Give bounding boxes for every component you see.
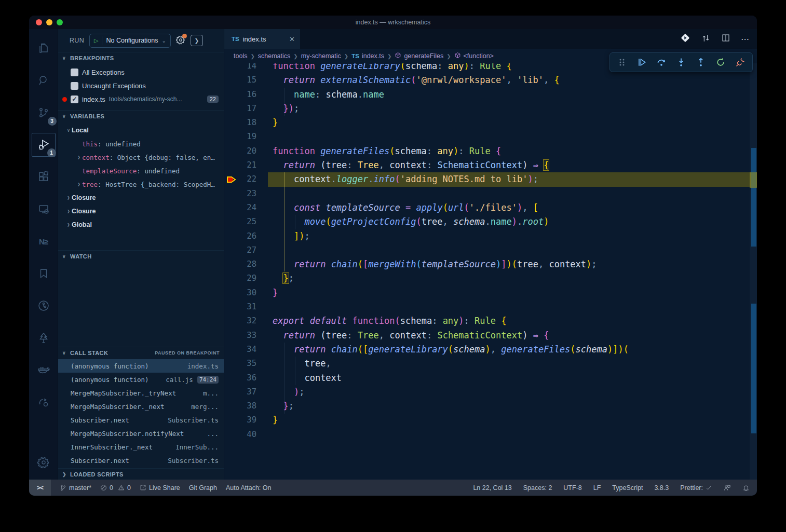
settings-gear-icon[interactable]: [32, 451, 56, 474]
cursor-position-item[interactable]: Ln 22, Col 13: [473, 484, 511, 492]
code-line[interactable]: 33 return (tree: Tree, context: Schemati…: [224, 329, 757, 343]
code-line[interactable]: 16 name: schema.name: [224, 88, 757, 102]
variable-row[interactable]: ❯Closure: [58, 204, 224, 218]
disconnect-icon[interactable]: [731, 54, 749, 70]
code-line[interactable]: 17 });: [224, 102, 757, 116]
breakpoint-row[interactable]: index.tstools/schematics/my-sch...22: [58, 92, 224, 106]
breakpoint-checkbox[interactable]: [71, 96, 78, 103]
loaded-scripts-section-header[interactable]: ❯ LOADED SCRIPTS: [58, 468, 224, 480]
todo-tree-icon[interactable]: [32, 326, 56, 350]
gitlens-icon[interactable]: [32, 294, 56, 318]
code-line[interactable]: 31: [224, 300, 757, 314]
breakpoint-paused-icon[interactable]: [224, 172, 238, 186]
breadcrumb-item[interactable]: <function>: [454, 52, 494, 60]
start-debug-icon[interactable]: ▷: [94, 37, 98, 44]
breakpoints-section-header[interactable]: ∨ BREAKPOINTS: [58, 52, 224, 63]
git-branch-item[interactable]: master*: [60, 484, 91, 492]
code-line[interactable]: 40: [224, 428, 757, 442]
breakpoint-row[interactable]: All Exceptions: [58, 65, 224, 79]
restart-icon[interactable]: [712, 54, 729, 70]
scrollbar[interactable]: [750, 63, 757, 480]
code-line[interactable]: 26 ]);: [224, 229, 757, 243]
live-share-item[interactable]: Live Share: [140, 484, 180, 492]
call-stack-section-header[interactable]: ∨ CALL STACK PAUSED ON BREAKPOINT: [58, 347, 224, 358]
feedback-icon[interactable]: [723, 484, 731, 492]
variable-row[interactable]: templateSource: undefined: [58, 164, 224, 178]
code-line[interactable]: 39}: [224, 413, 757, 427]
indentation-item[interactable]: Spaces: 2: [523, 484, 552, 492]
code-line[interactable]: 34 return chain([generateLibrary(schema)…: [224, 343, 757, 357]
search-icon[interactable]: [32, 69, 56, 92]
tab-index-ts[interactable]: TS index.ts ✕: [224, 29, 300, 49]
close-tab-icon[interactable]: ✕: [289, 35, 295, 43]
run-debug-icon[interactable]: 1: [32, 133, 56, 157]
prettier-item[interactable]: Prettier:: [680, 484, 712, 492]
problems-item[interactable]: 0 0: [100, 484, 131, 492]
eol-item[interactable]: LF: [593, 484, 601, 492]
code-line[interactable]: 24 const templateSource = apply(url('./f…: [224, 201, 757, 215]
code-line[interactable]: 23: [224, 187, 757, 201]
variable-row[interactable]: this: undefined: [58, 137, 224, 151]
variable-row[interactable]: ∨Local: [58, 124, 224, 137]
breadcrumb-item[interactable]: tools: [234, 52, 247, 60]
docker-icon[interactable]: [32, 358, 56, 382]
call-stack-frame[interactable]: (anonymous function)call.js74:24: [58, 373, 224, 386]
breadcrumb-item[interactable]: generateFiles: [395, 52, 443, 60]
step-into-icon[interactable]: [672, 54, 690, 70]
code-line[interactable]: 22 context.logger.info('adding NOTES.md …: [224, 172, 757, 186]
encoding-item[interactable]: UTF-8: [563, 484, 581, 492]
live-share-icon[interactable]: [32, 390, 56, 414]
explorer-icon[interactable]: [32, 36, 56, 60]
configure-gear-button[interactable]: [176, 35, 185, 46]
toolbar-drag-handle[interactable]: [613, 54, 631, 70]
code-line[interactable]: 28 return chain([mergeWith(templateSourc…: [224, 257, 757, 271]
call-stack-frame[interactable]: MergeMapSubscriber.notifyNext...: [58, 427, 224, 440]
code-line[interactable]: 25 move(getProjectConfig(tree, schema.na…: [224, 215, 757, 229]
call-stack-frame[interactable]: InnerSubscriber._nextInnerSub...: [58, 440, 224, 454]
launch-config-dropdown[interactable]: ▷ No Configurations ⌄: [89, 34, 171, 48]
continue-icon[interactable]: [633, 54, 651, 70]
watch-section-header[interactable]: ∨ WATCH: [58, 250, 224, 262]
code-line[interactable]: 36 context: [224, 371, 757, 385]
call-stack-frame[interactable]: (anonymous function)index.ts: [58, 359, 224, 373]
variable-row[interactable]: ❯context: Object {debug: false, en…: [58, 151, 224, 164]
call-stack-frame[interactable]: Subscriber.nextSubscriber.ts: [58, 413, 224, 427]
variable-row[interactable]: ❯Closure: [58, 191, 224, 204]
remote-explorer-icon[interactable]: [32, 197, 56, 221]
call-stack-frame[interactable]: MergeMapSubscriber._tryNextm...: [58, 386, 224, 400]
nx-console-icon[interactable]: N≥: [32, 229, 56, 253]
auto-attach-item[interactable]: Auto Attach: On: [226, 484, 272, 492]
split-editor-icon[interactable]: [721, 33, 730, 45]
remote-indicator[interactable]: ><: [29, 480, 51, 496]
extensions-icon[interactable]: [32, 165, 56, 189]
code-line[interactable]: 27: [224, 243, 757, 257]
code-line[interactable]: 37 );: [224, 385, 757, 399]
variable-row[interactable]: ❯Global: [58, 218, 224, 231]
compare-changes-icon[interactable]: [701, 33, 711, 45]
breadcrumb-item[interactable]: my-schematic: [301, 52, 341, 60]
call-stack-frame[interactable]: Subscriber.nextSubscriber.ts: [58, 454, 224, 467]
variable-row[interactable]: ❯tree: HostTree {_backend: ScopedH…: [58, 178, 224, 191]
call-stack-frame[interactable]: MergeMapSubscriber._nextmerg...: [58, 400, 224, 413]
open-changes-icon[interactable]: [680, 33, 690, 45]
code-line[interactable]: 19: [224, 130, 757, 144]
code-area[interactable]: 14function generateLibrary(schema: any):…: [224, 63, 757, 480]
bookmarks-icon[interactable]: [32, 262, 56, 285]
code-line[interactable]: 32export default function(schema: any): …: [224, 314, 757, 328]
debug-console-button[interactable]: ❯: [191, 35, 203, 46]
code-line[interactable]: 30}: [224, 286, 757, 300]
breakpoint-checkbox[interactable]: [71, 82, 78, 90]
notifications-bell-icon[interactable]: [742, 484, 750, 492]
step-over-icon[interactable]: [653, 54, 670, 70]
more-actions-icon[interactable]: ⋯: [741, 34, 750, 44]
breakpoint-checkbox[interactable]: [71, 69, 78, 76]
code-line[interactable]: 15 return externalSchematic('@nrwl/works…: [224, 73, 757, 87]
breakpoint-row[interactable]: Uncaught Exceptions: [58, 79, 224, 92]
code-line[interactable]: 21 return (tree: Tree, context: Schemati…: [224, 158, 757, 172]
language-item[interactable]: TypeScript: [612, 484, 643, 492]
source-control-icon[interactable]: 3: [32, 101, 56, 125]
variables-section-header[interactable]: ∨ VARIABLES: [58, 110, 224, 121]
code-line[interactable]: 38 };: [224, 399, 757, 413]
ts-version-item[interactable]: 3.8.3: [654, 484, 669, 492]
breadcrumb-item[interactable]: schematics: [258, 52, 291, 60]
